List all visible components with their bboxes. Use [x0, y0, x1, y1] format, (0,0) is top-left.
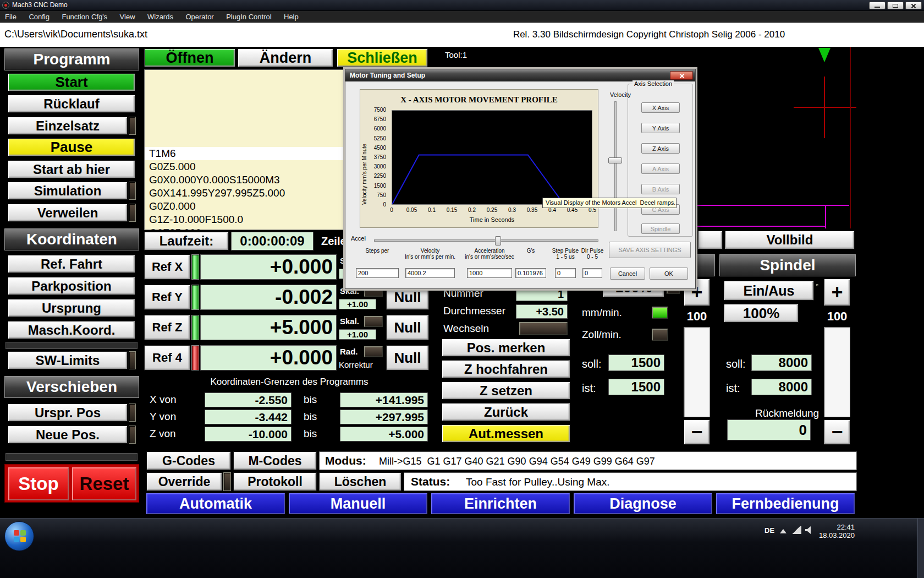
menu-plugin-control[interactable]: PlugIn Control — [221, 11, 276, 23]
menu-operator[interactable]: Operator — [180, 11, 218, 23]
z-hochfahren-button[interactable]: Z hochfahren — [442, 360, 570, 378]
ok-button[interactable]: OK — [650, 268, 688, 280]
accel-slider-handle[interactable] — [495, 236, 501, 246]
dir-pulse-input[interactable]: 0 — [582, 268, 602, 278]
velocity-input[interactable]: 4000.2 — [405, 268, 455, 278]
partial-button[interactable] — [698, 231, 723, 249]
dialog-close-button[interactable] — [670, 71, 693, 80]
grenzen-z-bis: +5.000 — [340, 427, 428, 441]
ref-x-button[interactable]: Ref X — [144, 254, 190, 280]
minimize-button[interactable] — [869, 2, 886, 9]
show-desktop-button[interactable] — [917, 519, 924, 578]
tab-fernbedienung[interactable]: Fernbedienung — [716, 493, 855, 514]
tray-volume-icon[interactable] — [805, 526, 811, 534]
zurueck-button[interactable]: Zurück — [442, 403, 570, 421]
vorschub-minus-button[interactable]: − — [684, 419, 710, 445]
menu-config[interactable]: Config — [24, 11, 54, 23]
ref-4-button[interactable]: Ref 4 — [144, 345, 190, 370]
neue-pos-button[interactable]: Neue Pos. — [8, 426, 128, 444]
start-button-orb[interactable] — [4, 521, 34, 551]
oeffnen-button[interactable]: Öffnen — [144, 48, 235, 67]
spindel-slider[interactable] — [824, 327, 850, 417]
tray-network-icon[interactable] — [793, 526, 801, 534]
ein-aus-button[interactable]: Ein/Aus — [724, 281, 814, 301]
verweilen-button[interactable]: Verweilen — [8, 204, 128, 222]
dro-4-value[interactable]: +0.000 — [200, 345, 337, 370]
override-button[interactable]: Override — [146, 472, 222, 491]
ursprung-button[interactable]: Ursprung — [8, 299, 135, 317]
aut-messen-button[interactable]: Aut.messen — [442, 424, 570, 443]
wechseln-indicator[interactable] — [519, 322, 568, 335]
simulation-button[interactable]: Simulation — [8, 182, 128, 200]
tab-manuell[interactable]: Manuell — [289, 493, 427, 514]
tray-expand-icon[interactable] — [780, 529, 787, 533]
y-skal-value[interactable]: +1.00 — [339, 299, 376, 309]
pause-button[interactable]: Pause — [8, 138, 135, 156]
dro-z-value[interactable]: +5.000 — [200, 315, 337, 340]
sw-limits-button[interactable]: SW-Limits — [8, 351, 128, 369]
tab-einrichten[interactable]: Einrichten — [431, 493, 570, 514]
menu-function-cfgs[interactable]: Function Cfg's — [57, 11, 112, 23]
g-codes-button[interactable]: G-Codes — [146, 451, 231, 470]
dro-y-value[interactable]: -0.002 — [200, 285, 337, 310]
null-4-button[interactable]: Null — [386, 345, 429, 370]
pos-merken-button[interactable]: Pos. merken — [442, 339, 570, 357]
spindel-soll-value[interactable]: 8000 — [751, 355, 812, 371]
spindel-percent-button[interactable]: 100% — [724, 304, 799, 323]
tab-automatik[interactable]: Automatik — [146, 493, 285, 514]
dro-x-value[interactable]: +0.000 — [200, 254, 337, 280]
start-button[interactable]: Start — [8, 73, 135, 91]
y-axis-button[interactable]: Y Axis — [641, 123, 680, 133]
velocity-slider-track[interactable] — [614, 101, 617, 231]
accel-slider-label: Accel — [351, 235, 366, 242]
cancel-button[interactable]: Cancel — [610, 268, 645, 280]
spindel-plus-button[interactable]: + — [824, 279, 850, 306]
dialog-titlebar[interactable]: Motor Tuning and Setup — [345, 69, 695, 81]
stop-button[interactable]: Stop — [8, 467, 69, 500]
vorschub-soll-value[interactable]: 1500 — [608, 355, 664, 371]
acceleration-input[interactable]: 1000 — [467, 268, 512, 278]
durchmesser-value[interactable]: +3.50 — [516, 304, 568, 319]
tab-diagnose[interactable]: Diagnose — [574, 493, 712, 514]
x-axis-button[interactable]: X Axis — [641, 102, 680, 113]
close-button[interactable] — [905, 2, 922, 9]
step-pulse-input[interactable]: 0 — [555, 268, 576, 278]
taskbar-clock[interactable]: 22:41 18.03.2020 — [815, 523, 855, 539]
spindel-minus-button[interactable]: − — [824, 419, 850, 445]
m-codes-button[interactable]: M-Codes — [233, 451, 317, 470]
einzelsatz-button[interactable]: Einzelsatz — [8, 117, 128, 135]
null-z-button[interactable]: Null — [386, 315, 429, 340]
urspr-pos-button[interactable]: Urspr. Pos — [8, 403, 128, 422]
menu-help[interactable]: Help — [279, 11, 304, 23]
vorschub-ist-label: ist: — [582, 380, 608, 396]
maximize-button[interactable] — [887, 2, 904, 9]
start-ab-hier-button[interactable]: Start ab hier — [8, 160, 135, 178]
toolpath-line-v2 — [825, 205, 826, 228]
ref-y-button[interactable]: Ref Y — [144, 285, 190, 310]
z-axis-led — [191, 315, 199, 340]
ref-fahrt-button[interactable]: Ref. Fahrt — [8, 255, 135, 273]
menu-view[interactable]: View — [115, 11, 140, 23]
reset-button[interactable]: Reset — [72, 467, 136, 500]
ruecklauf-button[interactable]: Rücklauf — [8, 95, 135, 113]
schliessen-button[interactable]: Schließen — [337, 48, 428, 67]
vollbild-button[interactable]: Vollbild — [725, 231, 855, 249]
accel-slider-track[interactable] — [374, 239, 598, 242]
gs-input[interactable]: 0.101976 — [515, 268, 546, 278]
protokoll-button[interactable]: Protokoll — [233, 472, 317, 491]
parkposition-button[interactable]: Parkposition — [8, 277, 135, 295]
vorschub-slider[interactable] — [684, 327, 710, 417]
menu-file[interactable]: File — [0, 11, 21, 23]
steps-per-input[interactable]: 200 — [356, 268, 399, 278]
loeschen-button[interactable]: Löschen — [319, 472, 402, 491]
z-skal-value[interactable]: +1.00 — [339, 329, 376, 340]
language-indicator[interactable]: DE — [765, 526, 774, 535]
masch-koord-button[interactable]: Masch.Koord. — [8, 321, 135, 339]
menu-wizards[interactable]: Wizards — [142, 11, 178, 23]
aendern-button[interactable]: Ändern — [238, 48, 333, 67]
ref-z-button[interactable]: Ref Z — [144, 315, 190, 340]
laufzeit-button[interactable]: Laufzeit: — [144, 232, 229, 250]
velocity-slider-handle[interactable] — [608, 157, 622, 163]
z-setzen-button[interactable]: Z setzen — [442, 381, 570, 400]
z-axis-button[interactable]: Z Axis — [641, 143, 680, 154]
